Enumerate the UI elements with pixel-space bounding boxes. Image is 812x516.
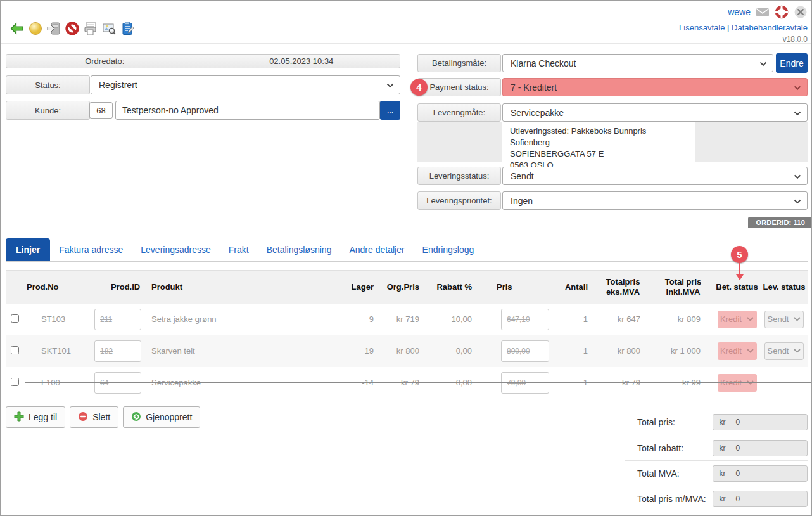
print-icon[interactable] bbox=[83, 21, 98, 36]
total-mva-label: Total MVA: bbox=[637, 468, 713, 479]
total-row: Total pris: kr0 bbox=[625, 410, 808, 435]
legg-til-button[interactable]: Legg til bbox=[6, 406, 65, 428]
plus-icon bbox=[14, 411, 24, 423]
col-totalpris-eks-mva: Totalpris eks.MVA bbox=[593, 271, 653, 304]
lisensavtale-link[interactable]: Lisensavtale bbox=[679, 23, 725, 32]
col-prod-no: Prod.No bbox=[25, 271, 91, 304]
tab-leveringsadresse[interactable]: Leveringsadresse bbox=[132, 238, 220, 261]
col-pris: Pris bbox=[476, 271, 552, 304]
delivery-address-strip: Utleveringssted: Pakkeboks Bunnpris Sofi… bbox=[417, 122, 808, 162]
order-lines-table: Prod.No Prod.ID Produkt Lager Org.Pris R… bbox=[6, 270, 808, 399]
row-strikethrough bbox=[25, 319, 812, 319]
annotation-badge-4: 4 bbox=[410, 79, 428, 96]
tab-linjer[interactable]: Linjer bbox=[6, 238, 50, 261]
delivery-address-line: SOFIENBERGGATA 57 E bbox=[510, 148, 688, 160]
leveringsstatus-label: Leveringsstatus: bbox=[417, 167, 501, 185]
col-antall: Antall bbox=[552, 271, 593, 304]
link-separator: | bbox=[727, 23, 729, 32]
leveringsprioritet-label: Leveringsprioritet: bbox=[417, 191, 501, 210]
chevron-down-icon bbox=[794, 108, 801, 118]
row-checkbox[interactable] bbox=[11, 378, 19, 386]
orderid-badge: ORDERID: 110 bbox=[748, 217, 811, 228]
total-rabatt-label: Total rabatt: bbox=[637, 443, 713, 453]
total-mva-value: kr0 bbox=[713, 465, 808, 482]
status-select[interactable]: Registrert bbox=[91, 75, 400, 94]
version-label: v18.0.0 bbox=[679, 35, 808, 44]
ordredato-row: Ordredato: 02.05.2023 10:34 bbox=[6, 54, 400, 68]
logged-in-user[interactable]: wewe bbox=[728, 7, 751, 17]
col-org-pris: Org.Pris bbox=[379, 271, 425, 304]
close-icon[interactable] bbox=[794, 5, 808, 19]
betalingsmate-label: Betalingsmåte: bbox=[417, 54, 501, 72]
row-checkbox[interactable] bbox=[11, 346, 19, 354]
annotation-arrow-line bbox=[739, 262, 740, 275]
top-header: wewe Lisensavtale | Databehandleravtale … bbox=[1, 1, 811, 44]
gjenopprett-button[interactable]: Gjenopprett bbox=[123, 406, 200, 428]
databehandleravtale-link[interactable]: Databehandleravtale bbox=[732, 23, 808, 32]
kunde-id-input[interactable] bbox=[89, 102, 113, 119]
tab-andre-detaljer[interactable]: Andre detaljer bbox=[340, 238, 413, 261]
back-icon[interactable] bbox=[10, 21, 25, 36]
col-total-pris-inkl-mva: Total pris inkl.MVA bbox=[653, 271, 713, 304]
header-right: wewe Lisensavtale | Databehandleravtale … bbox=[679, 4, 808, 44]
total-row: Total MVA: kr0 bbox=[625, 460, 808, 486]
chevron-down-icon bbox=[794, 196, 801, 206]
payment-status-label: Payment status: bbox=[417, 78, 501, 96]
yellow-ball-icon[interactable] bbox=[28, 21, 43, 36]
mail-icon[interactable] bbox=[756, 5, 770, 19]
betalingsmate-select[interactable]: Klarna Checkout bbox=[502, 54, 773, 72]
tab-endringslogg[interactable]: Endringslogg bbox=[414, 238, 483, 261]
total-pris-m-mva-value: kr0 bbox=[713, 491, 808, 507]
notes-icon[interactable] bbox=[120, 21, 135, 36]
status-label: Status: bbox=[6, 75, 90, 94]
row-checkbox[interactable] bbox=[11, 314, 19, 323]
card-terminal-icon[interactable] bbox=[46, 21, 61, 36]
leveringmate-select[interactable]: Servicepakke bbox=[502, 103, 808, 122]
totals-panel: Total pris: kr0 Total rabatt: kr0 Total … bbox=[625, 410, 808, 511]
tab-faktura-adresse[interactable]: Faktura adresse bbox=[50, 238, 132, 261]
total-row: Total rabatt: kr0 bbox=[625, 435, 808, 460]
delivery-address-line: Utleveringssted: Pakkeboks Bunnpris Sofi… bbox=[510, 126, 688, 148]
col-lev-status: Lev. status bbox=[761, 271, 808, 304]
restore-icon bbox=[131, 411, 141, 423]
delivery-address-box: Utleveringssted: Pakkeboks Bunnpris Sofi… bbox=[502, 122, 695, 162]
line-actions: Legg til Slett Gjenopprett bbox=[6, 406, 200, 428]
toolbar bbox=[10, 21, 135, 36]
order-detail-page: wewe Lisensavtale | Databehandleravtale … bbox=[0, 0, 812, 516]
ordredato-value: 02.05.2023 10:34 bbox=[203, 55, 400, 68]
leveringsprioritet-select[interactable]: Ingen bbox=[502, 191, 808, 210]
chevron-down-icon bbox=[386, 80, 394, 90]
leveringsstatus-select[interactable]: Sendt bbox=[502, 167, 808, 185]
table-header-row: Prod.No Prod.ID Produkt Lager Org.Pris R… bbox=[6, 271, 808, 304]
total-row: Total pris m/MVA: kr0 bbox=[625, 486, 808, 511]
kunde-browse-button[interactable]: ... bbox=[380, 101, 400, 120]
col-produkt: Produkt bbox=[150, 271, 338, 304]
kunde-label: Kunde: bbox=[6, 101, 90, 120]
annotation-badge-5: 5 bbox=[731, 246, 748, 263]
chevron-down-icon bbox=[794, 82, 801, 93]
help-icon[interactable] bbox=[775, 5, 789, 19]
kunde-name-input[interactable] bbox=[115, 101, 380, 120]
total-rabatt-value: kr0 bbox=[713, 440, 808, 456]
leveringmate-label: Leveringmåte: bbox=[417, 103, 501, 122]
col-prod-id: Prod.ID bbox=[91, 271, 150, 304]
total-pris-value: kr0 bbox=[713, 414, 808, 430]
col-rabatt: Rabatt % bbox=[425, 271, 476, 304]
row-strikethrough bbox=[25, 382, 812, 383]
ordredato-label: Ordredato: bbox=[6, 55, 203, 68]
cancel-icon[interactable] bbox=[65, 21, 80, 36]
chevron-down-icon bbox=[759, 58, 767, 68]
total-pris-m-mva-label: Total pris m/MVA: bbox=[637, 494, 713, 504]
preview-icon[interactable] bbox=[101, 21, 117, 36]
slett-button[interactable]: Slett bbox=[70, 406, 118, 428]
tab-bar: Linjer Faktura adresse Leveringsadresse … bbox=[6, 238, 808, 262]
total-pris-label: Total pris: bbox=[637, 417, 713, 427]
chevron-down-icon bbox=[794, 171, 801, 181]
annotation-arrow-head bbox=[736, 274, 744, 280]
tab-betalingslosning[interactable]: Betalingsløsning bbox=[258, 238, 341, 261]
col-lager: Lager bbox=[338, 271, 379, 304]
minus-circle-icon bbox=[78, 411, 88, 423]
endre-button[interactable]: Endre bbox=[776, 53, 808, 73]
payment-status-select[interactable]: 7 - Kreditert bbox=[502, 78, 808, 96]
tab-frakt[interactable]: Frakt bbox=[220, 238, 258, 261]
